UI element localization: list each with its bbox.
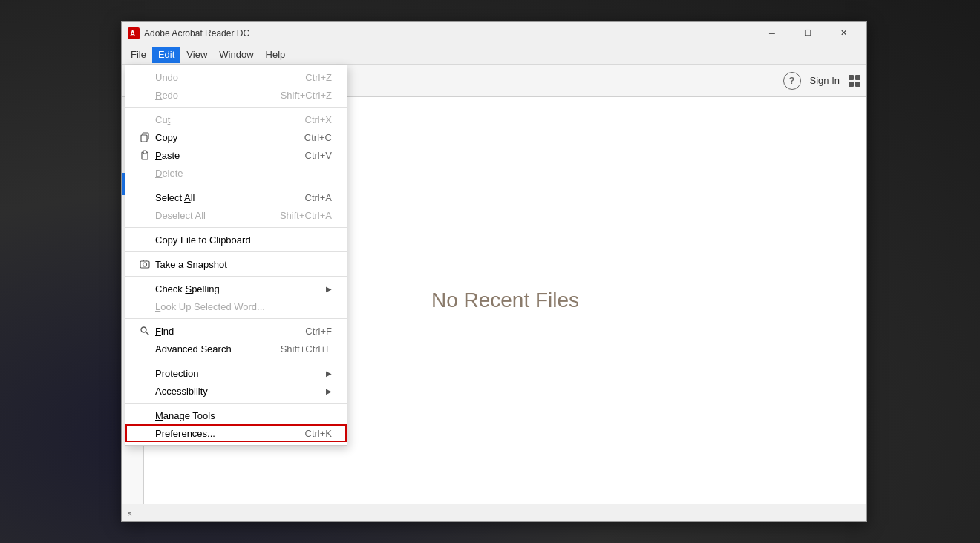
sign-in-button[interactable]: Sign In — [810, 75, 840, 86]
title-bar: A Adobe Acrobat Reader DC ─ ☐ ✕ — [122, 22, 866, 45]
acrobat-icon: A — [128, 27, 140, 39]
menu-undo[interactable]: Undo Ctrl+Z — [125, 68, 347, 86]
svg-rect-6 — [140, 261, 149, 268]
close-button[interactable]: ✕ — [826, 23, 860, 44]
svg-point-7 — [143, 263, 147, 266]
svg-rect-3 — [141, 135, 147, 142]
menu-help[interactable]: Help — [260, 47, 292, 63]
menu-accessibility[interactable]: Accessibility ▶ — [125, 382, 347, 400]
help-button[interactable]: ? — [783, 72, 801, 90]
menu-view[interactable]: View — [180, 47, 213, 63]
menu-paste[interactable]: Paste Ctrl+V — [125, 146, 347, 164]
menu-file[interactable]: File — [125, 47, 152, 63]
toolbar-right: ? Sign In — [783, 72, 860, 90]
menu-manage-tools[interactable]: Manage Tools — [125, 407, 347, 424]
svg-point-8 — [141, 327, 146, 332]
protection-arrow: ▶ — [326, 369, 332, 378]
menu-look-up[interactable]: Look Up Selected Word... — [125, 297, 347, 315]
svg-line-9 — [146, 332, 149, 335]
app-window: A Adobe Acrobat Reader DC ─ ☐ ✕ File Edi… — [121, 21, 867, 522]
menu-cut[interactable]: Cut Ctrl+X — [125, 111, 347, 128]
menu-find[interactable]: Find Ctrl+F — [125, 322, 347, 340]
menu-bar: File Edit View Window Help Undo Ctrl+Z R… — [122, 45, 866, 65]
menu-delete[interactable]: Delete — [125, 164, 347, 182]
svg-rect-5 — [143, 151, 146, 154]
paste-icon — [137, 150, 152, 160]
submenu-arrow: ▶ — [326, 285, 332, 293]
sep7 — [125, 361, 347, 361]
menu-copy[interactable]: Copy Ctrl+C — [125, 128, 347, 146]
accessibility-arrow: ▶ — [326, 387, 332, 395]
sep4 — [125, 251, 347, 252]
menu-window[interactable]: Window — [213, 47, 259, 63]
sep2 — [125, 185, 347, 185]
window-controls: ─ ☐ ✕ — [755, 23, 860, 44]
minimize-button[interactable]: ─ — [755, 23, 789, 44]
status-text: s — [128, 509, 132, 518]
menu-edit[interactable]: Edit — [152, 47, 180, 63]
menu-snapshot[interactable]: Take a Snapshot — [125, 255, 347, 273]
menu-copy-file[interactable]: Copy File to Clipboard — [125, 231, 347, 249]
copy-icon — [137, 132, 152, 142]
menu-deselect-all[interactable]: Deselect All Shift+Ctrl+A — [125, 206, 347, 224]
status-bar: s — [122, 504, 866, 521]
grid-view-icon[interactable] — [849, 75, 860, 87]
sep5 — [125, 276, 347, 277]
sep3 — [125, 227, 347, 228]
sep8 — [125, 403, 347, 404]
no-recent-files-label: No Recent Files — [431, 289, 579, 312]
menu-check-spelling[interactable]: Check Spelling ▶ — [125, 280, 347, 297]
snapshot-icon — [137, 259, 152, 269]
sep1 — [125, 107, 347, 108]
menu-preferences[interactable]: Preferences... Ctrl+K — [125, 424, 347, 442]
menu-redo[interactable]: Redo Shift+Ctrl+Z — [125, 86, 347, 104]
window-title: Adobe Acrobat Reader DC — [144, 28, 755, 39]
edit-dropdown-menu: Undo Ctrl+Z Redo Shift+Ctrl+Z Cut Ctrl+X — [125, 65, 347, 446]
menu-select-all[interactable]: Select All Ctrl+A — [125, 188, 347, 206]
menu-protection[interactable]: Protection ▶ — [125, 364, 347, 382]
svg-text:A: A — [130, 30, 135, 38]
sep6 — [125, 318, 347, 319]
restore-button[interactable]: ☐ — [791, 23, 825, 44]
find-icon — [137, 326, 152, 336]
menu-advanced-search[interactable]: Advanced Search Shift+Ctrl+F — [125, 340, 347, 358]
